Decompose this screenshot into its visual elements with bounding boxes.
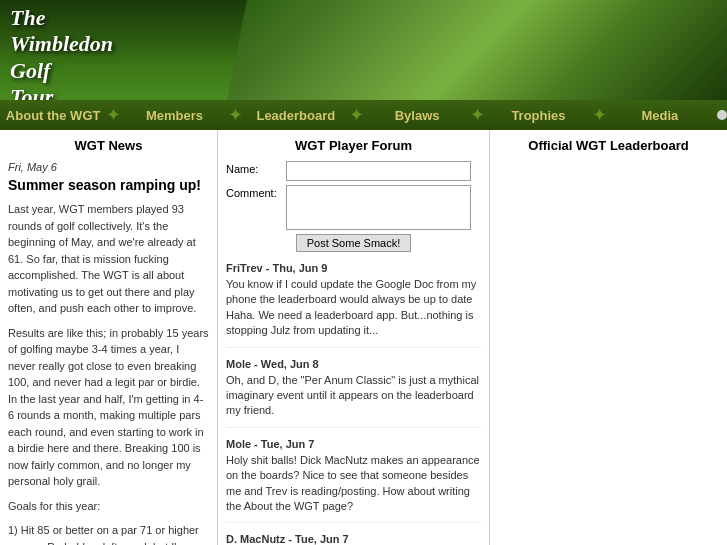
main-content: WGT News Fri, May 6 Summer season rampin… bbox=[0, 130, 727, 545]
news-para-0: Last year, WGT members played 93 rounds … bbox=[8, 201, 209, 317]
header-bg-image bbox=[227, 0, 727, 100]
forum-post-3: D. MacNutz - Tue, Jun 7 The Per Anum Cla… bbox=[226, 533, 481, 545]
submit-button[interactable]: Post Some Smack! bbox=[296, 234, 412, 252]
post-body-2: Holy shit balls! Dick MacNutz makes an a… bbox=[226, 453, 481, 515]
comment-row: Comment: bbox=[226, 185, 481, 230]
post-body-0: You know if I could update the Google Do… bbox=[226, 277, 481, 339]
comment-input[interactable] bbox=[286, 185, 471, 230]
submit-row: Post Some Smack! bbox=[226, 234, 481, 252]
post-header-2: Mole - Tue, Jun 7 bbox=[226, 438, 481, 450]
news-title: Summer season ramping up! bbox=[8, 177, 209, 193]
news-heading: WGT News bbox=[8, 138, 209, 153]
post-header-0: FriTrev - Thu, Jun 9 bbox=[226, 262, 481, 274]
nav-sep-1: ✦ bbox=[106, 104, 121, 126]
nav-members[interactable]: Members bbox=[121, 102, 227, 129]
nav-about[interactable]: About the WGT bbox=[0, 102, 106, 129]
site-logo: The Wimbledon Golf Tour bbox=[10, 5, 113, 100]
nav-sep-2: ✦ bbox=[228, 104, 243, 126]
forum-form: Name: Comment: Post Some Smack! bbox=[226, 161, 481, 252]
comment-label: Comment: bbox=[226, 185, 286, 199]
nav-sep-4: ✦ bbox=[470, 104, 485, 126]
forum-post-1: Mole - Wed, Jun 8 Oh, and D, the "Per An… bbox=[226, 358, 481, 428]
news-para-1: Results are like this; in probably 15 ye… bbox=[8, 325, 209, 490]
news-body: Last year, WGT members played 93 rounds … bbox=[8, 201, 209, 545]
forum-column: WGT Player Forum Name: Comment: Post Som… bbox=[218, 130, 490, 545]
nav-media[interactable]: Media bbox=[607, 102, 713, 129]
nav-leaderboard[interactable]: Leaderboard bbox=[243, 102, 349, 129]
news-para-3: 1) Hit 85 or better on a par 71 or highe… bbox=[8, 522, 209, 545]
nav-dot bbox=[717, 110, 727, 120]
name-label: Name: bbox=[226, 161, 286, 175]
header: The Wimbledon Golf Tour bbox=[0, 0, 727, 100]
news-date: Fri, May 6 bbox=[8, 161, 209, 173]
forum-post-0: FriTrev - Thu, Jun 9 You know if I could… bbox=[226, 262, 481, 348]
forum-post-2: Mole - Tue, Jun 7 Holy shit balls! Dick … bbox=[226, 438, 481, 524]
name-row: Name: bbox=[226, 161, 481, 181]
nav-sep-5: ✦ bbox=[592, 104, 607, 126]
post-header-3: D. MacNutz - Tue, Jun 7 bbox=[226, 533, 481, 545]
navigation: About the WGT ✦ Members ✦ Leaderboard ✦ … bbox=[0, 100, 727, 130]
post-body-1: Oh, and D, the "Per Anum Classic" is jus… bbox=[226, 373, 481, 419]
news-para-2: Goals for this year: bbox=[8, 498, 209, 515]
post-header-1: Mole - Wed, Jun 8 bbox=[226, 358, 481, 370]
forum-heading: WGT Player Forum bbox=[226, 138, 481, 153]
nav-trophies[interactable]: Trophies bbox=[485, 102, 591, 129]
nav-bylaws[interactable]: Bylaws bbox=[364, 102, 470, 129]
name-input[interactable] bbox=[286, 161, 471, 181]
news-column: WGT News Fri, May 6 Summer season rampin… bbox=[0, 130, 218, 545]
nav-sep-3: ✦ bbox=[349, 104, 364, 126]
leaderboard-heading: Official WGT Leaderboard bbox=[498, 138, 719, 153]
leaderboard-column: Official WGT Leaderboard bbox=[490, 130, 727, 545]
